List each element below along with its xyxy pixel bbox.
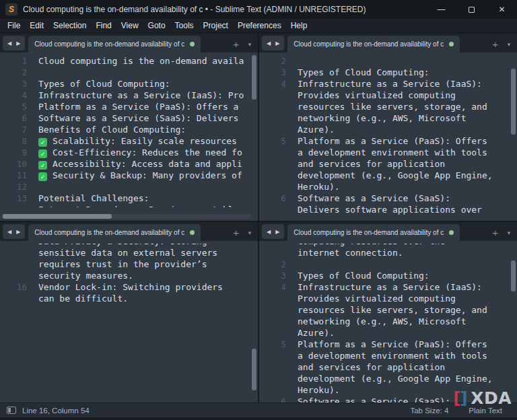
editor-content[interactable]: computing resources over theinternet con… (259, 241, 517, 403)
tab-forward-icon[interactable]: ▶ (16, 229, 20, 235)
maximize-button[interactable] (456, 0, 487, 19)
code-row: sensitive data on external servers (0, 247, 258, 258)
file-tab[interactable]: Cloud computing is the on-demand availab… (287, 36, 460, 53)
tab-size-indicator[interactable]: Tab Size: 4 (410, 407, 448, 415)
line-number: 5 (259, 339, 286, 350)
code-row: 3Types of Cloud Computing: (0, 78, 258, 90)
menu-item-help[interactable]: Help (286, 19, 312, 32)
tab-forward-icon[interactable]: ▶ (275, 229, 279, 235)
new-tab-icon[interactable]: + (233, 40, 239, 48)
code-line-text: sensitive data on external servers (27, 247, 217, 258)
code-line-text: Infrastructure as a Service (IaaS): Pro (27, 90, 244, 101)
new-tab-icon[interactable]: + (233, 229, 239, 237)
vertical-scrollbar-thumb[interactable] (252, 55, 256, 100)
code-line-text: Benefits of Cloud Computing: (27, 124, 186, 135)
code-row: resources like servers, storage, and (259, 101, 517, 112)
code-row: a development environment with tools (259, 350, 517, 361)
modified-dot-icon (190, 230, 195, 235)
menu-item-edit[interactable]: Edit (25, 19, 48, 32)
cursor-position[interactable]: Line 16, Column 54 (22, 407, 90, 415)
code-line-text: Types of Cloud Computing: (286, 67, 429, 78)
code-line-text: Types of Cloud Computing: (286, 270, 429, 281)
editor-content[interactable]: Data Privacy & Security: Storingsensitiv… (0, 241, 258, 403)
tab-back-icon[interactable]: ◀ (7, 40, 11, 46)
code-row: 7Benefits of Cloud Computing: (0, 124, 258, 135)
tab-overflow-icon[interactable]: ▼ (247, 230, 252, 236)
line-number: 11 (0, 170, 27, 181)
xda-watermark: [ ] XDA (453, 388, 512, 408)
line-number: 9 (0, 147, 27, 158)
code-line-text: Infrastructure as a Service (IaaS): (286, 78, 482, 90)
tab-back-icon[interactable]: ◀ (7, 229, 11, 235)
code-row: resources like servers, storage, and (259, 304, 517, 316)
code-row: internet connection. (259, 247, 517, 258)
code-line-text: Heroku). (286, 181, 340, 193)
tab-bar: ◀ ▶ Cloud computing is the on-demand ava… (259, 222, 517, 241)
menu-item-file[interactable]: File (3, 19, 25, 32)
menu-item-selection[interactable]: Selection (48, 19, 91, 32)
code-row: Delivers software applications over (259, 204, 517, 215)
minimize-button[interactable]: — (426, 0, 456, 19)
tab-forward-icon[interactable]: ▶ (275, 40, 279, 46)
line-number: 2 (0, 67, 27, 78)
code-line-text: ✓Security & Backup: Many providers of (27, 170, 242, 181)
sidebar-toggle-icon[interactable] (7, 407, 16, 414)
menu-item-tools[interactable]: Tools (170, 19, 199, 32)
code-line-text: Vendor Lock-in: Switching providers (27, 281, 223, 293)
line-number: 5 (259, 135, 286, 147)
tab-actions: + ▼ (228, 229, 252, 237)
new-tab-icon[interactable]: + (492, 40, 498, 48)
tab-back-icon[interactable]: ◀ (267, 229, 271, 235)
tab-back-icon[interactable]: ◀ (267, 40, 271, 46)
vertical-scrollbar-thumb[interactable] (252, 349, 256, 390)
tab-overflow-icon[interactable]: ▼ (247, 42, 252, 48)
code-line-text: Delivers software applications over (286, 204, 482, 215)
maximize-icon (469, 7, 475, 13)
code-row: 9✓Cost-Efficiency: Reduces the need fo (0, 147, 258, 158)
check-emoji-icon: ✓ (38, 172, 47, 181)
close-button[interactable]: ✕ (487, 0, 517, 19)
menu-item-project[interactable]: Project (199, 19, 233, 32)
file-tab[interactable]: Cloud computing is the on-demand availab… (28, 224, 201, 241)
editor-content[interactable]: 1Cloud computing is the on-demand availa… (0, 53, 258, 221)
tab-nav-arrows[interactable]: ◀ ▶ (262, 36, 284, 50)
editor-content[interactable]: 23Types of Cloud Computing:4Infrastructu… (259, 53, 517, 221)
tab-overflow-icon[interactable]: ▼ (506, 230, 512, 236)
menu-item-goto[interactable]: Goto (143, 19, 170, 32)
new-tab-icon[interactable]: + (492, 229, 498, 237)
code-row: security measures. (0, 270, 258, 281)
tab-nav-arrows[interactable]: ◀ ▶ (3, 36, 25, 50)
line-number: 3 (259, 270, 286, 281)
menu-item-preferences[interactable]: Preferences (233, 19, 286, 32)
file-tab[interactable]: Cloud computing is the on-demand availab… (28, 36, 201, 53)
code-line-text: Platform as a Service (PaaS): Offers a (27, 101, 238, 112)
line-number: 2 (259, 55, 286, 67)
code-row: Data Privacy & Security: Storing (0, 244, 258, 247)
code-row: computing resources over the (259, 244, 517, 247)
line-number: 4 (259, 78, 286, 90)
menu-item-view[interactable]: View (116, 19, 143, 32)
window-controls: — ✕ (426, 0, 517, 19)
tab-nav-arrows[interactable]: ◀ ▶ (262, 224, 284, 239)
code-line-text: ✓Scalability: Easily scale resources (27, 135, 237, 147)
code-row: Provides virtualized computing (259, 90, 517, 101)
code-line-text: a development environment with tools (286, 147, 487, 158)
tab-overflow-icon[interactable]: ▼ (506, 42, 512, 48)
editor-grid: ◀ ▶ Cloud computing is the on-demand ava… (0, 32, 517, 403)
tab-label: Cloud computing is the on-demand availab… (294, 229, 444, 236)
line-number: 4 (259, 281, 286, 293)
line-number: 12 (0, 181, 27, 193)
tab-forward-icon[interactable]: ▶ (16, 40, 20, 46)
line-number: 8 (0, 135, 27, 147)
file-tab[interactable]: Cloud computing is the on-demand availab… (287, 224, 460, 241)
menu-item-find[interactable]: Find (91, 19, 116, 32)
code-line-text: internet connection. (286, 247, 403, 258)
code-line-text: can be difficult. (27, 293, 128, 304)
code-line-text: Platform as a Service (PaaS): Offers (286, 339, 487, 350)
tab-actions: + ▼ (487, 229, 512, 237)
vertical-scrollbar-thumb[interactable] (511, 260, 516, 291)
vertical-scrollbar-thumb[interactable] (511, 69, 516, 135)
tab-nav-arrows[interactable]: ◀ ▶ (3, 224, 25, 239)
horizontal-scrollbar-thumb[interactable] (3, 214, 112, 219)
horizontal-scrollbar[interactable] (1, 214, 251, 219)
